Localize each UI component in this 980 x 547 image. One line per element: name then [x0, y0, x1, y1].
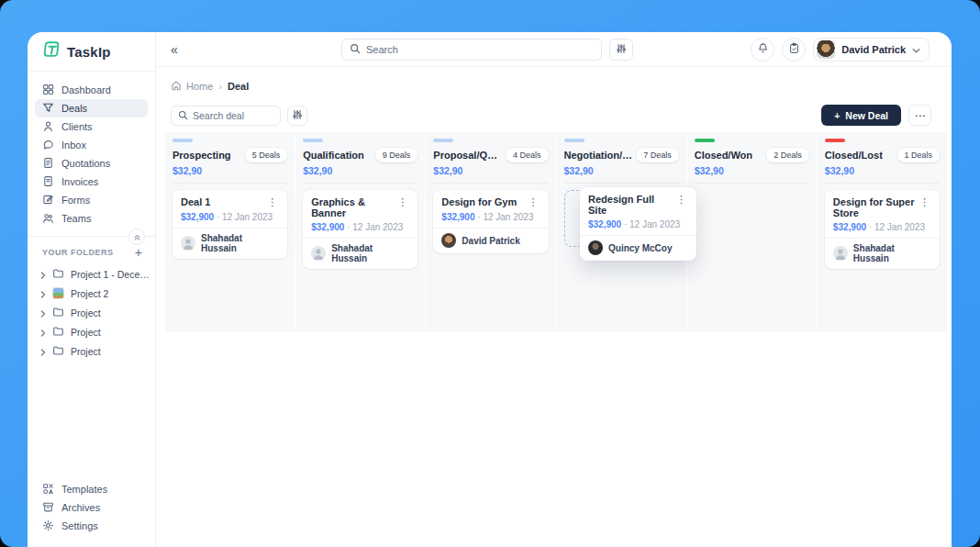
deal-card[interactable]: Graphics & Banner ⋮ $32,900 · 12 Jan 202…: [303, 190, 418, 269]
sidebar-item-deals[interactable]: Deals: [35, 99, 148, 117]
sidebar-item-archives[interactable]: Archives: [35, 498, 148, 517]
sidebar-item-settings[interactable]: Settings: [35, 517, 148, 535]
card-date: 12 Jan 2023: [483, 212, 533, 222]
folder-label: Project: [71, 346, 101, 357]
taskip-logo-icon: [43, 40, 61, 62]
add-folder-button[interactable]: +: [135, 248, 142, 257]
app-logo[interactable]: TaskIp: [28, 32, 155, 72]
user-name: David Patrick: [841, 44, 906, 55]
column-amount: $32,90: [433, 165, 548, 184]
topbar-actions: David Patrick: [751, 38, 930, 61]
kanban-board: Prospecting 5 Deals $32,90 Deal 1 ⋮: [165, 132, 947, 332]
sidebar-item-label: Quotations: [61, 158, 110, 169]
column-amount: $32,90: [825, 165, 940, 184]
deal-search-input[interactable]: [193, 110, 273, 121]
sidebar-item-forms[interactable]: Forms: [35, 191, 148, 209]
new-deal-button[interactable]: + New Deal: [821, 105, 901, 126]
card-amount: $32,900: [588, 219, 621, 229]
stage-color-bar: [825, 139, 845, 142]
meta-separator: ·: [217, 212, 219, 222]
sidebar-item-quotations[interactable]: Quotations: [35, 154, 148, 173]
sidebar-nav: Dashboard Deals Clients Inbox Quotations: [28, 72, 155, 228]
sidebar-item-invoices[interactable]: Invoices: [35, 173, 148, 191]
tasks-button[interactable]: [782, 38, 806, 61]
chevron-right-icon: [40, 285, 46, 302]
photo-avatar: [441, 233, 456, 248]
sidebar-footer: Templates Archives Settings: [28, 480, 155, 547]
sidebar-item-templates[interactable]: Templates: [35, 480, 148, 498]
deal-card[interactable]: Design for Super Store ⋮ $32,900 · 12 Ja…: [825, 190, 940, 269]
deal-search[interactable]: [171, 106, 281, 126]
folder-icon: [52, 266, 64, 283]
breadcrumb-home[interactable]: Home: [171, 80, 213, 93]
sidebar-item-label: Teams: [61, 213, 91, 224]
column-header: Qualification 9 Deals $32,90: [295, 132, 425, 184]
column-cards: Graphics & Banner ⋮ $32,900 · 12 Jan 202…: [295, 184, 425, 269]
collapse-sidebar-icon[interactable]: «: [171, 43, 178, 56]
sidebar-item-teams[interactable]: Teams: [35, 209, 148, 228]
folder-label: Project: [71, 307, 101, 318]
deal-card[interactable]: Design for Gym ⋮ $32,900 · 12 Jan 2023: [433, 190, 548, 253]
sidebar-item-label: Archives: [61, 502, 100, 513]
card-title: Design for Super Store: [833, 196, 918, 218]
stage-color-bar: [173, 139, 193, 142]
meta-separator: ·: [624, 219, 627, 229]
column-cards: Design for Gym ⋮ $32,900 · 12 Jan 2023: [426, 184, 555, 253]
sliders-icon: [616, 41, 627, 58]
card-assignee: Shahadat Hussain: [331, 243, 409, 263]
user-avatar: [817, 40, 835, 59]
sidebar-item-label: Dashboard: [61, 84, 111, 95]
column-header: Proposal/Quotation 4 Deals $32,90: [426, 132, 555, 184]
folder-item[interactable]: Project 2: [40, 284, 150, 303]
column-header: Negotiation/Review 7 Deals $32,90: [557, 132, 686, 184]
dragged-deal-card[interactable]: Redesign Full Site ⋮ $32,900 · 12 Jan 20…: [580, 187, 696, 261]
card-amount: $32,900: [833, 222, 866, 232]
column-amount: $32,90: [564, 165, 679, 184]
meta-separator: ·: [869, 222, 872, 232]
deal-card[interactable]: Deal 1 ⋮ $32,900 · 12 Jan 2023: [173, 190, 287, 259]
deal-count-badge: 9 Deals: [375, 148, 418, 162]
sidebar-item-label: Templates: [61, 484, 107, 495]
kebab-menu-icon[interactable]: ⋮: [918, 196, 931, 208]
column-title: Proposal/Quotation: [433, 150, 502, 161]
column-closed-won: Closed/Won 2 Deals $32,90: [687, 132, 817, 332]
board-more-button[interactable]: ⋯: [908, 105, 931, 126]
column-qualification: Qualification 9 Deals $32,90 Graphics & …: [295, 132, 425, 332]
column-title: Closed/Won: [695, 150, 752, 161]
folder-icon: [52, 324, 64, 340]
deal-count-badge: 4 Deals: [506, 148, 549, 162]
folder-icon: [52, 343, 64, 360]
column-title: Closed/Lost: [825, 150, 883, 161]
card-date: 12 Jan 2023: [352, 222, 403, 232]
kebab-menu-icon[interactable]: ⋮: [395, 196, 409, 208]
kebab-menu-icon[interactable]: ⋮: [265, 196, 279, 208]
folder-item[interactable]: Project: [40, 341, 150, 361]
folder-item[interactable]: Project: [40, 322, 150, 341]
kebab-menu-icon[interactable]: ⋮: [527, 196, 540, 208]
sidebar-item-inbox[interactable]: Inbox: [35, 136, 148, 154]
kebab-menu-icon[interactable]: ⋮: [674, 194, 688, 206]
desktop-background: TaskIp Dashboard Deals Clients Inbox: [0, 0, 980, 547]
folder-item[interactable]: Project 1 - December...: [40, 264, 150, 284]
column-header: Prospecting 5 Deals $32,90: [165, 132, 295, 184]
column-cards: Deal 1 ⋮ $32,900 · 12 Jan 2023: [165, 184, 295, 259]
chevron-down-icon: [912, 41, 920, 58]
notifications-button[interactable]: [751, 38, 774, 61]
folder-item[interactable]: Project: [40, 303, 150, 322]
user-menu[interactable]: David Patrick: [813, 38, 930, 61]
form-pencil-icon: [42, 194, 54, 207]
collapse-nav-button[interactable]: [128, 229, 145, 245]
sidebar-item-dashboard[interactable]: Dashboard: [35, 81, 148, 99]
gear-icon: [42, 519, 54, 533]
sidebar-item-clients[interactable]: Clients: [35, 117, 148, 136]
folder-label: Project 2: [71, 288, 108, 299]
search-filter-button[interactable]: [609, 39, 633, 61]
stage-color-bar: [564, 139, 585, 142]
global-search-input[interactable]: [366, 44, 594, 55]
quote-doc-icon: [42, 157, 54, 171]
breadcrumb-current: Deal: [228, 81, 249, 92]
global-search[interactable]: [341, 39, 602, 61]
column-closed-lost: Closed/Lost 1 Deals $32,90 Design for Su…: [818, 132, 947, 332]
deal-filter-button[interactable]: [287, 106, 307, 126]
double-chevron-up-icon: [133, 229, 141, 245]
